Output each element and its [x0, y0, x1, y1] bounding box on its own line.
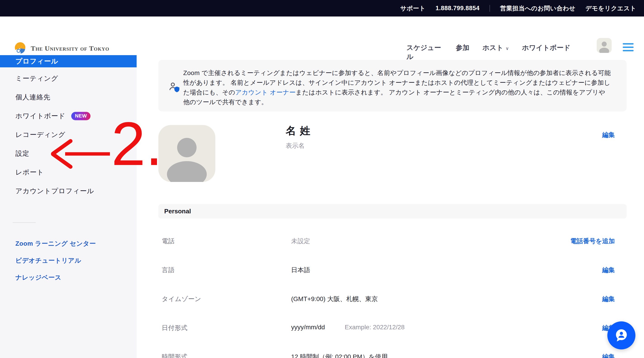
chevron-down-icon: ∨ — [506, 46, 509, 51]
row-value: yyyy/mm/dd — [291, 324, 325, 331]
edit-timezone-button[interactable]: 編集 — [602, 295, 615, 303]
profile-display-name: 表示名 — [286, 141, 305, 150]
request-demo-link[interactable]: デモをリクエスト — [586, 4, 636, 12]
header-nav: スケジュール 参加 ホスト∨ ホワイトボード — [406, 43, 570, 61]
link-knowledge-base[interactable]: ナレッジベース — [0, 269, 137, 286]
privacy-notice: Zoom で主催されるミーティングまたはウェビナーに参加すると、名前やプロフィー… — [158, 60, 626, 111]
nav-whiteboard[interactable]: ホワイトボード — [522, 43, 570, 52]
profile-picture[interactable] — [158, 125, 215, 182]
user-avatar[interactable] — [597, 38, 612, 53]
row-label: 言語 — [162, 266, 175, 274]
profile-name: 名 姓 — [286, 124, 311, 138]
row-language: 言語 日本語 編集 — [158, 266, 615, 275]
sidebar-item-settings[interactable]: 設定 — [0, 144, 137, 163]
sidebar-divider — [13, 222, 36, 223]
nav-host[interactable]: ホスト∨ — [482, 43, 509, 53]
row-label: 電話 — [162, 237, 175, 245]
sidebar-item-recordings[interactable]: レコーディング — [0, 125, 137, 144]
nav-schedule[interactable]: スケジュール — [406, 43, 443, 61]
person-shield-icon — [169, 82, 180, 93]
site-header: The University of Tokyo スケジュール 参加 ホスト∨ ホ… — [0, 16, 644, 55]
edit-time-format-button[interactable]: 編集 — [602, 353, 615, 358]
help-chat-button[interactable] — [607, 321, 636, 350]
support-link[interactable]: サポート — [400, 4, 426, 12]
sidebar-item-profile[interactable]: プロフィール — [0, 55, 137, 67]
row-label: 時間形式 — [162, 353, 188, 358]
nav-join[interactable]: 参加 — [456, 43, 469, 52]
row-value: 12 時間制（例: 02:00 PM）を使用 — [291, 353, 388, 358]
row-date-format: 日付形式 yyyy/mm/dd Example: 2022/12/28 編集 — [158, 324, 615, 333]
contact-sales-link[interactable]: 営業担当へのお問い合わせ — [500, 4, 576, 12]
row-phone: 電話 未設定 電話番号を追加 — [158, 237, 615, 246]
sidebar-help-links: Zoom ラーニング センター ビデオチュートリアル ナレッジベース — [0, 235, 137, 286]
sidebar-menu: ミーティング 個人連絡先 ホワイトボードNEW レコーディング 設定 レポート … — [0, 69, 137, 200]
menu-icon[interactable] — [623, 43, 634, 51]
row-label: 日付形式 — [162, 324, 188, 332]
edit-language-button[interactable]: 編集 — [602, 266, 615, 274]
chat-person-icon — [613, 327, 630, 344]
sidebar-item-reports[interactable]: レポート — [0, 163, 137, 182]
zoom-profile-page: サポート 1.888.799.8854 営業担当へのお問い合わせ デモをリクエス… — [0, 0, 644, 358]
support-phone[interactable]: 1.888.799.8854 — [436, 5, 480, 12]
personal-section-header: Personal — [158, 204, 626, 219]
ginkgo-logo-icon — [13, 41, 27, 55]
profile-edit-button[interactable]: 編集 — [602, 131, 615, 139]
sidebar-item-account-profile[interactable]: アカウントプロフィール — [0, 182, 137, 200]
row-time-format: 時間形式 12 時間制（例: 02:00 PM）を使用 編集 — [158, 353, 615, 358]
topbar-divider — [490, 5, 490, 12]
avatar-silhouette-icon — [597, 38, 612, 53]
row-timezone: タイムゾーン (GMT+9:00) 大阪、札幌、東京 編集 — [158, 295, 615, 304]
account-owner-link[interactable]: アカウント オーナー — [235, 89, 296, 96]
sidebar: プロフィール ミーティング 個人連絡先 ホワイトボードNEW レコーディング 設… — [0, 55, 137, 358]
sidebar-item-meetings[interactable]: ミーティング — [0, 69, 137, 88]
link-learning-center[interactable]: Zoom ラーニング センター — [0, 235, 137, 252]
profile-silhouette-icon — [158, 125, 215, 182]
row-label: タイムゾーン — [162, 295, 201, 303]
new-badge: NEW — [71, 112, 90, 120]
sidebar-item-whiteboard[interactable]: ホワイトボードNEW — [0, 107, 137, 125]
top-utility-bar: サポート 1.888.799.8854 営業担当へのお問い合わせ デモをリクエス… — [0, 0, 644, 16]
row-value: 日本語 — [291, 266, 310, 274]
link-video-tutorials[interactable]: ビデオチュートリアル — [0, 252, 137, 269]
row-value: (GMT+9:00) 大阪、札幌、東京 — [291, 295, 378, 303]
sidebar-item-contacts[interactable]: 個人連絡先 — [0, 88, 137, 107]
logo-text: The University of Tokyo — [31, 44, 109, 52]
add-phone-button[interactable]: 電話番号を追加 — [570, 237, 615, 245]
university-of-tokyo-logo[interactable]: The University of Tokyo — [13, 41, 109, 55]
privacy-notice-text: Zoom で主催されるミーティングまたはウェビナーに参加すると、名前やプロフィー… — [183, 68, 611, 107]
row-value: 未設定 — [291, 237, 310, 245]
date-format-example: Example: 2022/12/28 — [345, 324, 405, 331]
